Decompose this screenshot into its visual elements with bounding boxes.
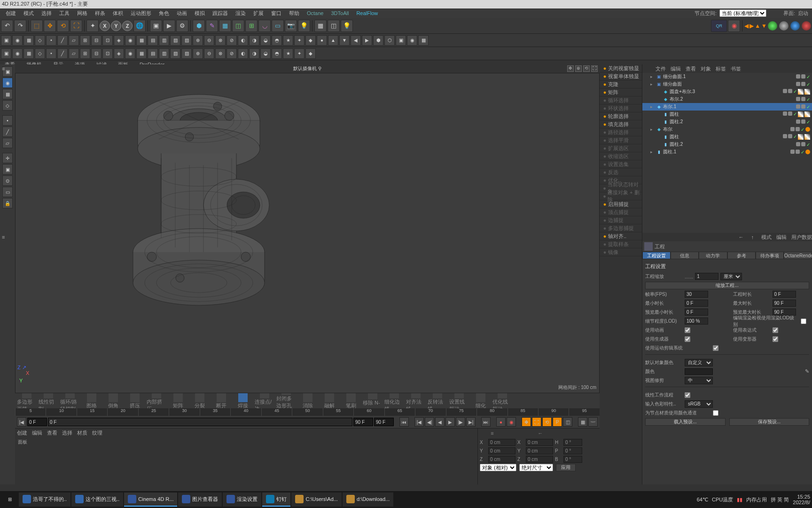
floor-icon[interactable]: ▭ xyxy=(272,20,284,32)
modtool-倒角[interactable]: 倒角 xyxy=(103,393,123,409)
object-manager-tree[interactable]: ▸▣细分曲面.1✓▸▣细分曲面✓◆圆盘+布尔.3✓◆布尔.2✓▸◆布尔.1✓▮圆… xyxy=(642,73,812,233)
save-preset-button[interactable]: 保存预设... xyxy=(729,418,810,426)
edge-mode-icon[interactable]: ╱ xyxy=(2,127,13,137)
renderlod-checkbox[interactable] xyxy=(801,318,806,324)
menu-RealFlow[interactable]: RealFlow xyxy=(352,9,382,17)
toolbtn-tb3-18[interactable]: ⊖ xyxy=(204,48,214,59)
key-rot-icon[interactable]: ⟲ xyxy=(542,417,552,427)
toolbtn-tb2-20[interactable]: ⊘ xyxy=(226,35,237,46)
model-mode-icon[interactable]: ◉ xyxy=(2,78,13,88)
autokey-icon[interactable]: ◉ xyxy=(507,417,516,427)
x-lock-icon[interactable]: X xyxy=(100,21,110,31)
menu-工具[interactable]: 工具 xyxy=(55,9,73,18)
matmenu-查看[interactable]: 查看 xyxy=(47,429,57,437)
toolbtn-tb2-16[interactable]: ▨ xyxy=(181,35,192,46)
menu-选择[interactable]: 选择 xyxy=(38,9,55,18)
viewport-camera-label[interactable]: 默认摄像机 ⚲ xyxy=(293,65,321,72)
modtool-矩阵[interactable]: 矩阵 xyxy=(168,393,188,409)
color-swatch[interactable] xyxy=(685,368,713,375)
globe-1-icon[interactable] xyxy=(768,21,777,31)
toolbtn-tb3-15[interactable]: ▧ xyxy=(170,48,180,59)
toolbtn-tb2-28[interactable]: ● xyxy=(317,35,327,46)
cmd-轮廓选择[interactable]: ●轮廓选择 xyxy=(600,112,642,120)
menu-模式[interactable]: 模式 xyxy=(20,9,38,18)
cmd-启用捕捉[interactable]: ●启用捕捉 xyxy=(600,200,642,208)
gen-checkbox[interactable] xyxy=(685,336,690,342)
tree-row-布尔[interactable]: ▸◆布尔✓ xyxy=(642,126,812,133)
axis-mode-icon[interactable]: ✛ xyxy=(2,153,13,163)
objmenu-对象[interactable]: 对象 xyxy=(701,65,711,72)
projlen-field[interactable] xyxy=(773,291,796,298)
tree-row-圆柱.2[interactable]: ▮圆柱.2✓ xyxy=(642,118,812,126)
modtool-消除[interactable]: 消除 xyxy=(298,393,318,409)
viewport-3d[interactable]: Z ↗XY 网格间距 : 100 cm xyxy=(15,73,600,393)
select-live-icon[interactable]: ⬚ xyxy=(31,20,43,32)
goto-prevkey-icon[interactable]: |◀ xyxy=(414,417,424,427)
texture-mode-icon[interactable]: ▦ xyxy=(2,89,13,99)
modtool-图格[interactable]: 图格 xyxy=(82,393,102,409)
toolbtn-tb3-19[interactable]: ⊗ xyxy=(215,48,226,59)
toolbtn-tb2-22[interactable]: ◑ xyxy=(249,35,259,46)
cmd-克隆[interactable]: ●克隆 xyxy=(600,80,642,88)
attr-nav-up-icon[interactable]: ↑ xyxy=(751,234,754,240)
toolbtn-tb3-9[interactable]: ⊡ xyxy=(102,48,113,59)
menu-3DToAll[interactable]: 3DToAll xyxy=(327,9,352,17)
toolbtn-tb2-19[interactable]: ⊗ xyxy=(215,35,226,46)
menu-Octane[interactable]: Octane xyxy=(303,9,327,17)
display-mode-icon[interactable]: ▦ xyxy=(314,20,327,32)
cmd-视窗单体独显[interactable]: ●视窗单体独显 xyxy=(600,72,642,80)
project-scale-unit[interactable]: 厘米 xyxy=(720,273,742,280)
cube-primitive-icon[interactable]: ⬢ xyxy=(193,20,205,32)
tree-row-细分曲面.1[interactable]: ▸▣细分曲面.1✓ xyxy=(642,73,812,80)
timeline-start-icon[interactable]: |◀ xyxy=(17,417,26,427)
render-settings-icon[interactable]: ⚙ xyxy=(176,20,188,32)
toolbtn-tb2-26[interactable]: ✦ xyxy=(294,35,304,46)
rot-b-field[interactable] xyxy=(563,456,582,463)
toolbtn-tb3-25[interactable]: ★ xyxy=(283,48,293,59)
viewport-max-icon[interactable]: ⛶ xyxy=(591,65,598,72)
viewport-zoom-icon[interactable]: ⊕ xyxy=(575,65,582,72)
workplane-toggle-icon[interactable]: ▭ xyxy=(2,187,13,197)
timeline-end-field[interactable] xyxy=(374,418,394,426)
menu-窗口[interactable]: 窗口 xyxy=(267,9,285,18)
light-icon[interactable]: 💡 xyxy=(298,20,310,32)
menu-样条[interactable]: 样条 xyxy=(91,9,109,18)
cmd-填充选择[interactable]: ●填充选择 xyxy=(600,120,642,128)
maxtime-field[interactable] xyxy=(773,300,796,307)
prev-frame-icon[interactable]: ◀| xyxy=(425,417,434,427)
viewport-solo-icon[interactable]: ▣ xyxy=(2,164,13,175)
node-space-select[interactable]: 当前 (标准/物理) xyxy=(719,9,766,17)
timeline-previewend-field[interactable] xyxy=(353,418,373,426)
toolbtn-tb2-31[interactable]: ◀ xyxy=(351,35,361,46)
menu-体积[interactable]: 体积 xyxy=(109,9,127,18)
timeline-start-field[interactable] xyxy=(27,418,47,426)
menu-跟踪器[interactable]: 跟踪器 xyxy=(209,9,232,18)
modtool-细化[interactable]: 细化 xyxy=(471,393,491,409)
layout-value[interactable]: 启动 xyxy=(798,10,808,17)
taskbar-C:\Users\Ad...[interactable]: C:\Users\Ad... xyxy=(291,492,341,507)
load-preset-button[interactable]: 载入预设... xyxy=(645,418,726,426)
toolbtn-tb2-18[interactable]: ⊖ xyxy=(204,35,214,46)
menu-网格[interactable]: 网格 xyxy=(73,9,91,18)
rot-p-field[interactable] xyxy=(563,447,582,454)
toolbtn-tb2-10[interactable]: ◈ xyxy=(114,35,124,46)
taskbar-钉钉[interactable]: 钉钉 xyxy=(262,492,290,507)
shading-icon[interactable]: ◫ xyxy=(328,20,340,32)
toolbtn-tb3-7[interactable]: ⊞ xyxy=(80,48,90,59)
toolbtn-tb3-26[interactable]: ✦ xyxy=(294,48,304,59)
toolbtn-tb2-4[interactable]: • xyxy=(46,35,56,46)
tree-row-布尔.2[interactable]: ◆布尔.2✓ xyxy=(642,95,812,103)
mintime-field[interactable] xyxy=(685,300,708,307)
toolbtn-tb3-16[interactable]: ▨ xyxy=(181,48,192,59)
octane-live-icon[interactable]: ◉ xyxy=(728,20,740,32)
objmenu-编辑[interactable]: 编辑 xyxy=(671,65,681,72)
toolbtn-tb2-34[interactable]: ⬡ xyxy=(384,35,395,46)
camera-icon[interactable]: 📷 xyxy=(285,20,297,32)
matmenu-创建[interactable]: 创建 xyxy=(17,429,27,437)
menu-模拟[interactable]: 模拟 xyxy=(191,9,209,18)
key-scale-icon[interactable]: ⛶ xyxy=(532,417,541,427)
matmenu-选择[interactable]: 选择 xyxy=(62,429,72,437)
coords-apply-button[interactable]: 应用 xyxy=(556,464,576,471)
taskbar-渲染设置[interactable]: 渲染设置 xyxy=(223,492,261,507)
toolbtn-tb3-24[interactable]: ◓ xyxy=(272,48,282,59)
